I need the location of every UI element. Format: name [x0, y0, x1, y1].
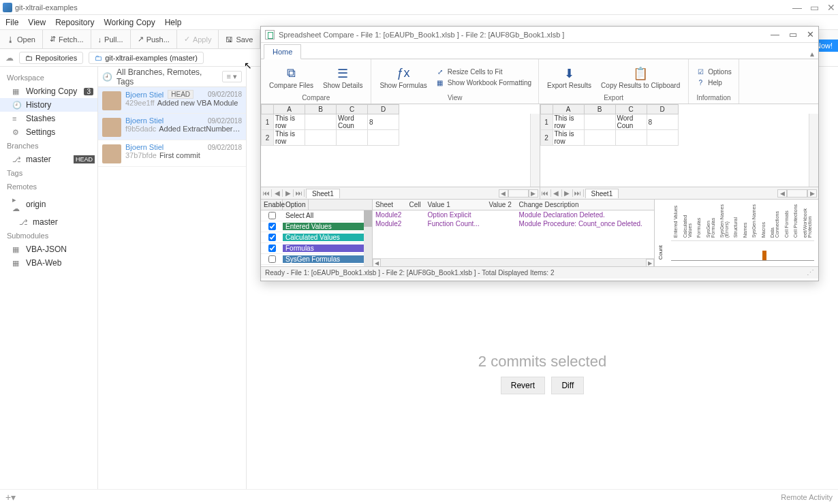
copy-clipboard-button[interactable]: 📋Copy Results to Clipboard: [597, 61, 684, 93]
crumb-current-repo[interactable]: 🗀 git-xltrail-examples (master): [89, 52, 204, 64]
toolbar-open[interactable]: ⭳Open: [0, 30, 43, 48]
sc-tab-home[interactable]: Home: [264, 44, 301, 59]
option-checkbox[interactable]: [268, 245, 276, 252]
sidebar-item-vba-json[interactable]: ▦VBA-JSON: [0, 242, 97, 256]
sc-resize-grip[interactable]: ⋰: [807, 268, 814, 277]
grid-cell[interactable]: This is row: [553, 114, 584, 130]
grid-cell[interactable]: [305, 130, 337, 146]
col-header[interactable]: D: [368, 105, 399, 114]
sidebar-item-stashes[interactable]: ≡Stashes: [0, 112, 97, 125]
resize-cells-button[interactable]: ⤢Resize Cells to Fit: [433, 66, 534, 77]
option-row[interactable]: Select All: [261, 210, 372, 221]
revert-button[interactable]: Revert: [501, 377, 545, 394]
grid-cell[interactable]: [584, 114, 615, 130]
sheet-nav-btn[interactable]: ⏮: [540, 189, 551, 197]
menu-repository[interactable]: Repository: [55, 18, 94, 27]
grid-cell[interactable]: [337, 130, 368, 146]
toolbar-save[interactable]: 🖫Save: [219, 30, 260, 48]
menu-view[interactable]: View: [28, 18, 46, 27]
commit-item[interactable]: Bjoern StielHEAD09/02/2018429ee1ffAdded …: [98, 87, 246, 114]
help-button[interactable]: ?Help: [693, 77, 734, 88]
grid-cell[interactable]: [615, 130, 647, 146]
sc-minimize-button[interactable]: —: [771, 29, 779, 40]
row-header[interactable]: 2: [262, 130, 274, 146]
close-button[interactable]: ✕: [827, 2, 835, 13]
col-header[interactable]: B: [305, 105, 337, 114]
grid-cell[interactable]: This is row: [274, 114, 305, 130]
filter-label[interactable]: All Branches, Remotes, Tags: [117, 67, 218, 86]
sc-pin-button[interactable]: ▴: [810, 49, 814, 59]
col-header[interactable]: C: [337, 105, 368, 114]
hscroll-right-l[interactable]: ◀: [777, 189, 787, 198]
grid-cell[interactable]: 8: [647, 114, 678, 130]
option-row[interactable]: Calculated Values: [261, 232, 372, 243]
minimize-button[interactable]: —: [792, 2, 802, 13]
hscroll-left-l[interactable]: ◀: [499, 189, 508, 198]
option-checkbox[interactable]: [268, 212, 276, 219]
grid-cell[interactable]: [584, 130, 615, 146]
option-checkbox[interactable]: [268, 223, 276, 230]
sidebar-item-working-copy[interactable]: ▦Working Copy3: [0, 84, 97, 98]
grid-left-vscroll[interactable]: [530, 114, 540, 187]
option-row[interactable]: Entered Values: [261, 221, 372, 232]
sidebar-item-origin[interactable]: ▸ ☁origin: [0, 193, 97, 215]
show-formulas-button[interactable]: ƒxShow Formulas: [375, 61, 431, 93]
sidebar-item-settings[interactable]: ⚙Settings: [0, 125, 97, 139]
diff-hscroll[interactable]: ◀▶: [373, 258, 654, 266]
grid-cell[interactable]: [647, 130, 678, 146]
option-checkbox[interactable]: [268, 234, 276, 241]
sidebar-item-history[interactable]: 🕘History: [0, 98, 97, 112]
grid-cell[interactable]: This is row: [274, 130, 305, 146]
sc-close-button[interactable]: ✕: [807, 29, 814, 40]
sheet-tab-left[interactable]: Sheet1: [306, 189, 340, 198]
option-checkbox[interactable]: [268, 255, 276, 263]
commit-item[interactable]: Bjoern Stiel09/02/201837b7bfdeFirst comm…: [98, 140, 246, 167]
hscroll-right-r[interactable]: ▶: [807, 189, 817, 198]
col-header[interactable]: D: [647, 105, 678, 114]
toolbar-fetch[interactable]: ⇵Fetch...: [43, 30, 91, 48]
grid-cell[interactable]: Word Coun: [615, 114, 647, 130]
opt-panel-scrollbar[interactable]: [364, 210, 372, 266]
sidebar-item-master[interactable]: ⎇masterHEAD: [0, 153, 97, 166]
export-results-button[interactable]: ⬇Export Results: [543, 61, 595, 93]
filter-menu-button[interactable]: ≡ ▾: [222, 71, 242, 82]
option-row[interactable]: SysGen Formulas: [261, 254, 372, 265]
commit-item[interactable]: Bjoern Stiel09/02/2018f9b5dadcAdded Extr…: [98, 114, 246, 140]
hscroll-left-r[interactable]: ▶: [529, 189, 538, 198]
option-row[interactable]: Formulas: [261, 243, 372, 254]
add-button[interactable]: +▾: [5, 492, 16, 503]
options-button[interactable]: ☑Options: [693, 66, 734, 77]
menu-working-copy[interactable]: Working Copy: [104, 18, 155, 27]
show-details-button[interactable]: ☰Show Details: [319, 61, 367, 93]
menu-file[interactable]: File: [5, 18, 18, 27]
show-formatting-button[interactable]: ▦Show Workbook Formatting: [433, 77, 534, 88]
sheet-nav-btn[interactable]: ◀: [551, 189, 562, 197]
col-header[interactable]: B: [584, 105, 615, 114]
diff-button[interactable]: Diff: [551, 377, 584, 394]
row-header[interactable]: 1: [262, 114, 274, 130]
col-header[interactable]: C: [615, 105, 647, 114]
grid-cell[interactable]: Word Coun: [337, 114, 368, 130]
sc-maximize-button[interactable]: ▭: [789, 29, 797, 40]
menu-help[interactable]: Help: [165, 18, 182, 27]
grid-cell[interactable]: [305, 114, 337, 130]
crumb-repositories[interactable]: 🗀 Repositories: [19, 52, 83, 64]
sidebar-item-vba-web[interactable]: ▦VBA-Web: [0, 256, 97, 270]
grid-right-vscroll[interactable]: [809, 114, 818, 187]
sheet-nav-btn[interactable]: ▶: [562, 189, 573, 197]
grid-cell[interactable]: This is row: [553, 130, 584, 146]
sheet-nav-btn[interactable]: ⏭: [573, 189, 584, 197]
toolbar-pull[interactable]: ↓Pull...: [91, 30, 131, 48]
sheet-nav-btn[interactable]: ⏮: [261, 189, 272, 197]
toolbar-push[interactable]: ↗Push...: [131, 30, 177, 48]
row-header[interactable]: 1: [540, 114, 553, 130]
sidebar-item-master[interactable]: ⎇master: [0, 215, 97, 229]
sheet-nav-btn[interactable]: ⏭: [294, 189, 305, 197]
col-header[interactable]: A: [553, 105, 584, 114]
row-header[interactable]: 2: [540, 130, 553, 146]
sheet-nav-btn[interactable]: ▶: [283, 189, 294, 197]
sheet-nav-btn[interactable]: ◀: [272, 189, 283, 197]
maximize-button[interactable]: ▭: [810, 2, 819, 13]
grid-cell[interactable]: [368, 130, 399, 146]
compare-files-button[interactable]: ⧉Compare Files: [265, 61, 317, 93]
